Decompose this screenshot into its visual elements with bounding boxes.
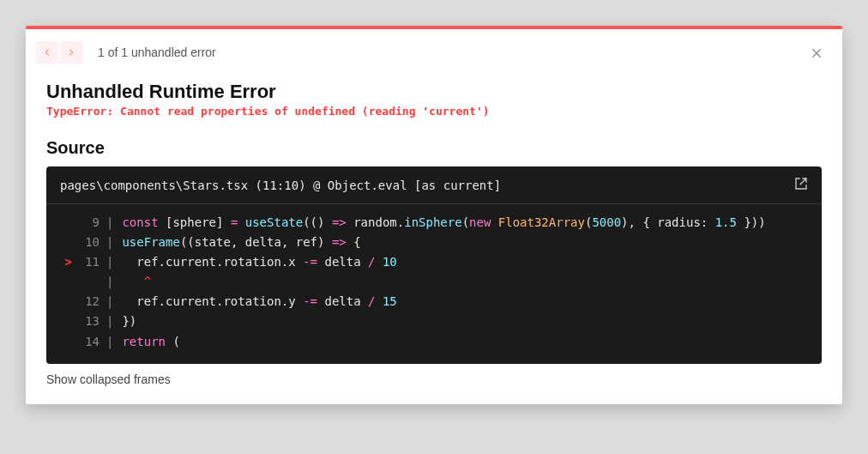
line-number: 11 bbox=[72, 252, 99, 272]
line-number bbox=[72, 272, 99, 292]
code-text: }) bbox=[122, 312, 136, 331]
stack-location: pages\components\Stars.tsx (11:10) @ Obj… bbox=[60, 179, 501, 192]
close-button[interactable] bbox=[805, 41, 829, 65]
code-text: ref.current.rotation.x -= delta / 10 bbox=[122, 252, 396, 272]
error-marker bbox=[57, 312, 72, 331]
code-line: 9|const [sphere] = useState(() => random… bbox=[57, 213, 808, 233]
gutter-pipe: | bbox=[106, 272, 113, 292]
error-message: TypeError: Cannot read properties of und… bbox=[46, 105, 822, 118]
line-number: 14 bbox=[72, 332, 99, 352]
error-title: Unhandled Runtime Error bbox=[46, 81, 822, 103]
gutter-pipe: | bbox=[106, 213, 113, 233]
code-frame-header: pages\components\Stars.tsx (11:10) @ Obj… bbox=[46, 166, 822, 204]
error-marker bbox=[57, 292, 72, 312]
code-body: 9|const [sphere] = useState(() => random… bbox=[46, 204, 822, 364]
gutter-pipe: | bbox=[106, 252, 113, 272]
code-text: return ( bbox=[122, 332, 179, 352]
error-marker bbox=[57, 233, 72, 252]
code-line: >11| ref.current.rotation.x -= delta / 1… bbox=[57, 252, 808, 272]
code-frame: pages\components\Stars.tsx (11:10) @ Obj… bbox=[46, 166, 822, 364]
open-in-editor-button[interactable] bbox=[794, 177, 808, 193]
gutter-pipe: | bbox=[106, 312, 113, 331]
external-link-icon bbox=[794, 177, 808, 191]
caret-line: | ^ bbox=[57, 272, 808, 292]
gutter-pipe: | bbox=[106, 292, 113, 312]
code-line: 13|}) bbox=[57, 312, 808, 331]
next-error-button[interactable] bbox=[60, 41, 82, 64]
line-number: 13 bbox=[72, 312, 99, 331]
overlay-header: 1 of 1 unhandled error bbox=[26, 29, 842, 64]
line-number: 10 bbox=[72, 233, 99, 252]
code-line: 14|return ( bbox=[57, 332, 808, 352]
code-text: ref.current.rotation.y -= delta / 15 bbox=[122, 292, 396, 312]
error-marker: > bbox=[57, 252, 72, 272]
error-marker bbox=[57, 213, 72, 233]
line-number: 12 bbox=[72, 292, 99, 312]
source-heading: Source bbox=[46, 138, 822, 158]
close-icon bbox=[810, 44, 823, 63]
gutter-pipe: | bbox=[106, 233, 113, 252]
error-nav bbox=[36, 41, 82, 64]
chevron-right-icon bbox=[65, 46, 77, 58]
gutter-pipe: | bbox=[106, 332, 113, 352]
code-line: 12| ref.current.rotation.y -= delta / 15 bbox=[57, 292, 808, 312]
show-collapsed-frames-link[interactable]: Show collapsed frames bbox=[46, 372, 171, 386]
error-marker bbox=[57, 272, 72, 292]
error-overlay: 1 of 1 unhandled error Unhandled Runtime… bbox=[26, 26, 842, 404]
code-text: const [sphere] = useState(() => random.i… bbox=[122, 213, 765, 233]
code-line: 10|useFrame((state, delta, ref) => { bbox=[57, 233, 808, 252]
line-number: 9 bbox=[72, 213, 99, 233]
chevron-left-icon bbox=[41, 46, 53, 58]
error-counter: 1 of 1 unhandled error bbox=[98, 45, 216, 59]
code-text: useFrame((state, delta, ref) => { bbox=[122, 233, 360, 252]
error-marker bbox=[57, 332, 72, 352]
prev-error-button[interactable] bbox=[36, 41, 58, 64]
code-text: ^ bbox=[122, 272, 151, 292]
